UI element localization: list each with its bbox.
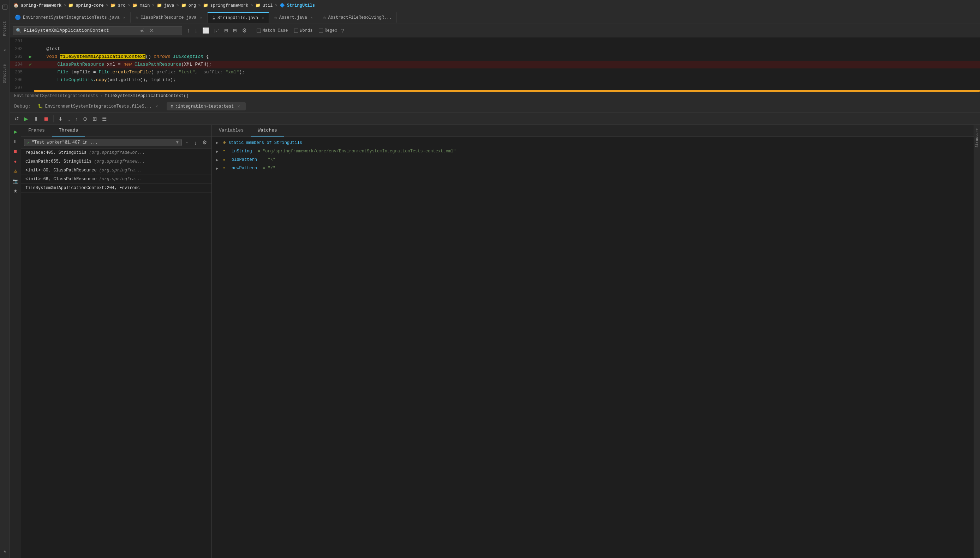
debug-run-to-cursor-button[interactable]: ⊙ <box>81 115 89 123</box>
debug-breakpoint-btn[interactable]: ● <box>12 157 20 165</box>
breadcrumb-main[interactable]: main <box>140 3 150 8</box>
tab-classpathresource[interactable]: ☕ ClassPathResource.java ✕ <box>131 12 208 23</box>
sidebar-project-icon[interactable] <box>1 3 9 11</box>
debug-tab-integration-close[interactable]: ✕ <box>236 104 241 109</box>
tab-classpathresource-label: ClassPathResource.java <box>140 15 196 20</box>
thread-down-btn[interactable]: ↓ <box>193 139 199 147</box>
debug-pause-side-btn[interactable]: ⏸ <box>12 138 20 145</box>
check-icon[interactable]: ✓ <box>29 61 32 69</box>
search-filter-button[interactable]: ⚙ <box>240 26 249 35</box>
var-row-oldpattern[interactable]: ▶ ≡ oldPattern = "\" <box>212 156 973 164</box>
debug-tab-integration[interactable]: ⚙ :integration-tests:test ✕ <box>166 102 246 110</box>
tab-threads[interactable]: Threads <box>52 125 86 136</box>
breadcrumb-method[interactable]: fileSystemXmlApplicationContext() <box>105 94 189 98</box>
tab-classpathresource-icon: ☕ <box>135 15 138 20</box>
structure-label[interactable]: Structure <box>975 128 979 148</box>
search-pin-button[interactable]: |⇌ <box>212 27 221 34</box>
breadcrumb: 🏠 spring-framework > 📁 spring-core > 📂 s… <box>10 0 980 11</box>
debug-stop-side-btn[interactable]: ⏹ <box>12 148 20 155</box>
search-down-button[interactable]: ↓ <box>193 26 199 35</box>
expand-newpattern-icon[interactable]: ▶ <box>216 166 220 171</box>
frame-item-2[interactable]: <init>:80, ClassPathResource (org.spring… <box>21 166 211 175</box>
tab-stringutils[interactable]: ☕ StringUtils.java ✕ <box>208 12 269 23</box>
svg-rect-1 <box>3 6 5 7</box>
expand-static-icon[interactable]: ▶ <box>216 140 220 145</box>
var-row-static[interactable]: ▶ ⊙ static members of StringUtils <box>212 138 973 147</box>
tab-env-integration[interactable]: 🔵 EnvironmentSystemIntegrationTests.java… <box>10 12 131 23</box>
debug-step-into-button[interactable]: ↓ <box>66 115 72 123</box>
frame-item-0[interactable]: replace:405, StringUtils (org.springfram… <box>21 148 211 157</box>
debug-warning-btn[interactable]: ⚠ <box>12 167 20 175</box>
sidebar-project-label[interactable]: Project <box>2 20 7 38</box>
expand-instring-icon[interactable]: ▶ <box>216 149 220 154</box>
tab-watches[interactable]: Watches <box>250 125 284 136</box>
frame-item-4[interactable]: fileSystemXmlApplicationContext:204, Env… <box>21 184 211 193</box>
match-case-checkbox[interactable] <box>257 29 261 33</box>
tab-abstractfile[interactable]: ☕ AbstractFileResolvingR... <box>318 12 397 23</box>
breadcrumb-java[interactable]: java <box>164 3 175 8</box>
line-num-201: 201 <box>10 38 27 45</box>
debug-step-out-button[interactable]: ↑ <box>74 115 80 123</box>
search-up-button[interactable]: ↑ <box>185 26 191 35</box>
debug-evaluate-button[interactable]: ⊞ <box>91 115 99 123</box>
debug-pause-button[interactable]: ⏸ <box>31 115 40 123</box>
search-bar: 🔍 ⏎ ✕ ↑ ↓ ⬜ |⇌ ⊟ ⊞ ⚙ Match Case Words <box>10 24 980 38</box>
thread-filter-btn[interactable]: ⚙ <box>201 138 209 147</box>
search-occurrences-button[interactable]: ⬜ <box>201 26 211 35</box>
tab-env-close[interactable]: ✕ <box>123 15 125 20</box>
regex-checkbox[interactable] <box>319 29 323 33</box>
debug-more-button[interactable]: ☰ <box>100 115 109 123</box>
search-prev-button[interactable]: ⏎ <box>139 27 146 34</box>
debug-run-btn[interactable]: ▶ <box>12 128 20 135</box>
frame-item-3[interactable]: <init>:66, ClassPathResource (org.spring… <box>21 175 211 184</box>
search-help-button[interactable]: ? <box>341 28 344 33</box>
play-icon[interactable]: ▶ <box>29 53 32 61</box>
tab-classpathresource-close[interactable]: ✕ <box>200 15 202 20</box>
debug-favorites-btn[interactable]: ★ <box>12 187 20 195</box>
search-expand-button[interactable]: ⊞ <box>231 27 239 34</box>
tab-assert-close[interactable]: ✕ <box>311 15 313 20</box>
breadcrumb-stringutils[interactable]: StringUtils <box>287 3 315 8</box>
breadcrumb-util[interactable]: util <box>263 3 273 8</box>
breadcrumb-src[interactable]: src <box>118 3 126 8</box>
debug-step-over-button[interactable]: ⬇ <box>56 115 64 123</box>
sidebar-favorites-icon[interactable]: ★ <box>1 547 9 555</box>
breadcrumb-org[interactable]: org <box>188 3 196 8</box>
debug-restart-button[interactable]: ↺ <box>13 115 21 123</box>
debug-tab-env[interactable]: 🐛 EnvironmentSystemIntegrationTests.file… <box>33 102 164 110</box>
breadcrumb-class[interactable]: EnvironmentSystemIntegrationTests <box>14 94 98 98</box>
debug-stop-button[interactable]: ⏹ <box>42 115 51 123</box>
tab-stringutils-close[interactable]: ✕ <box>262 16 264 20</box>
var-val-instring: = "org/springframework/core/env/Environm… <box>258 149 456 154</box>
tab-variables[interactable]: Variables <box>212 125 250 136</box>
sidebar-structure-label[interactable]: Structure <box>2 63 7 85</box>
breadcrumb-project-label[interactable]: spring-framework <box>21 3 61 8</box>
regex-option[interactable]: Regex <box>316 27 339 34</box>
var-row-newpattern[interactable]: ▶ ≡ newPattern = "/" <box>212 164 973 172</box>
search-clear-button[interactable]: ✕ <box>148 27 155 34</box>
svg-rect-0 <box>3 5 7 9</box>
debug-resume-button[interactable]: ▶ <box>22 115 30 123</box>
sidebar-z-icon[interactable]: Z <box>1 46 9 54</box>
breadcrumb-springframework[interactable]: springframework <box>211 3 249 8</box>
thread-select[interactable]: ✓ "Test worker"@1,407 in ... ▼ <box>24 139 182 146</box>
match-case-option[interactable]: Match Case <box>254 27 290 34</box>
tab-frames[interactable]: Frames <box>21 125 52 136</box>
debug-camera-btn[interactable]: 📷 <box>12 177 20 185</box>
search-context-button[interactable]: ⊟ <box>222 27 230 34</box>
tab-assert-label: Assert.java <box>279 15 307 20</box>
expand-oldpattern-icon[interactable]: ▶ <box>216 158 220 162</box>
thread-up-btn[interactable]: ↑ <box>184 139 190 147</box>
words-option[interactable]: Words <box>292 27 315 34</box>
tab-env-icon: 🔵 <box>15 15 21 20</box>
var-row-instring[interactable]: ▶ ≡ inString = "org/springframework/core… <box>212 147 973 156</box>
frames-list: replace:405, StringUtils (org.springfram… <box>21 148 211 558</box>
tab-assert[interactable]: ☕ Assert.java ✕ <box>269 12 318 23</box>
breadcrumb-spring-core[interactable]: spring-core <box>76 3 104 8</box>
search-input[interactable] <box>24 28 137 33</box>
frame-item-1[interactable]: cleanPath:655, StringUtils (org.springfr… <box>21 157 211 166</box>
oldpattern-type-icon: ≡ <box>223 158 229 162</box>
debug-tab-env-close[interactable]: ✕ <box>154 104 159 109</box>
breadcrumb-project[interactable]: 🏠 <box>13 3 19 8</box>
words-checkbox[interactable] <box>294 29 298 33</box>
